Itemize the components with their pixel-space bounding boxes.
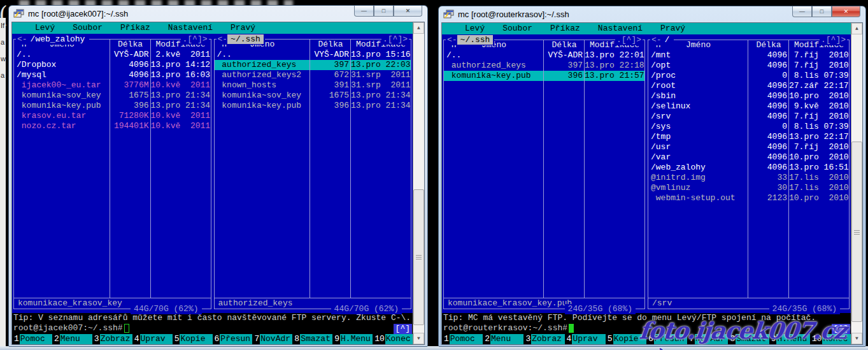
function-key[interactable]: 4 Uprav (565, 334, 606, 344)
file-row[interactable]: authorized_keys 397 13.pro 22:03 (215, 60, 411, 70)
panel-web-zalohy: <-/web_zalohy .[^]> 'nJméno Délka Modifi… (13, 39, 211, 309)
titlebar[interactable]: mc [root@routerkrasov]:~/.ssh — □ ✕ (439, 6, 865, 22)
file-row[interactable]: /opt 4096 7.říj 2010 (648, 61, 849, 71)
minimize-button[interactable]: — (354, 6, 374, 17)
file-row[interactable]: /mnt 4096 7.říj 2010 (648, 50, 849, 61)
menu-item[interactable]: Příkaz (113, 23, 158, 33)
file-row[interactable]: /tmp 4096 13.pro 22:17 (648, 132, 849, 142)
maximize-button[interactable]: □ (374, 6, 394, 17)
file-row[interactable]: komunika~key.pub 396 13.pro 21:34 (215, 101, 411, 111)
file-row[interactable]: authorized_keys2 672 31.srp 2011 (215, 70, 411, 80)
function-key[interactable]: 7 NovAdr (252, 334, 292, 344)
file-row[interactable]: /root 4096 27.zář 22:17 (648, 81, 849, 91)
file-row[interactable]: ijacek00~_eu.tar 3776M 10.kvě 2011 (14, 80, 211, 91)
panel-path-active[interactable]: ~/.ssh (227, 34, 264, 44)
file-row[interactable]: /.. VYŠ-ADR 2.kvě 2011 (14, 50, 211, 60)
scrollbar[interactable]: ▲ ▼ (413, 22, 424, 344)
menu-item[interactable]: Levý (27, 23, 62, 33)
col-size[interactable]: Délka (310, 40, 351, 50)
menu-item[interactable]: Pravý (223, 23, 263, 33)
file-list: /mnt 4096 7.říj 2010 /opt 4096 7.říj 201… (648, 50, 849, 298)
scroll-down-arrow[interactable]: ▼ (413, 333, 424, 344)
putty-window-routerkrasov[interactable]: mc [root@routerkrasov]:~/.ssh — □ ✕ Levý… (438, 6, 866, 347)
putty-window-ijacek007[interactable]: mc [root@ijacek007]:~/.ssh — □ ✕ LevýSou… (8, 5, 428, 347)
panel-corner-controls[interactable]: .[^]> (181, 34, 208, 45)
file-row[interactable]: komunika~key.pub 396 13.pro 21:34 (14, 101, 211, 111)
menu-item[interactable]: Soubor (65, 23, 110, 33)
panel-history-left[interactable]: <- (447, 35, 457, 45)
function-key[interactable]: 9 H.Menu (332, 334, 373, 344)
menu-item[interactable]: Pravý (653, 24, 693, 34)
close-button[interactable]: ✕ (832, 6, 860, 17)
file-row[interactable]: /sbin 4096 10.pro 2010 (648, 91, 849, 101)
menu-item[interactable]: Příkaz (543, 24, 588, 34)
file-row[interactable]: /selinux 4096 9.kvě 2010 (648, 101, 849, 112)
scroll-thumb[interactable] (851, 142, 862, 322)
close-button[interactable]: ✕ (394, 6, 422, 17)
menu-item[interactable]: Nastavení (160, 23, 220, 33)
file-row[interactable]: /.. VYŠ-ADR 13.pro 15:16 (215, 50, 411, 60)
col-size[interactable]: Délka (544, 40, 585, 50)
file-row[interactable]: /Dropbox 4096 13.pro 14:12 (14, 60, 211, 70)
file-row[interactable]: /usr 4096 7.říj 2010 (648, 142, 849, 152)
file-row[interactable]: komunika~key.pub 396 13.pro 21:57 (444, 71, 644, 81)
file-list: /.. VYŠ-ADR 13.pro 15:16 authorized_keys… (215, 50, 411, 298)
file-row[interactable]: /.. VYŠ-ADR 13.pro 22:01 (444, 50, 644, 61)
titlebar[interactable]: mc [root@ijacek007]:~/.ssh — □ ✕ (9, 6, 427, 22)
panel-corner-controls[interactable]: .[^]> (820, 35, 847, 45)
history-badge[interactable]: [^] (394, 324, 412, 334)
col-size[interactable]: Délka (748, 40, 789, 50)
function-key[interactable]: 1 Pomoc (442, 334, 483, 344)
file-row[interactable]: /srv 4096 7.říj 2010 (648, 112, 849, 122)
scroll-track[interactable] (413, 34, 424, 333)
panel-path-active[interactable]: ~/.ssh (457, 35, 494, 45)
file-row[interactable]: /proc 0 8.lis 07:39 (648, 71, 849, 81)
mc-panels: <-/web_zalohy .[^]> 'nJméno Délka Modifi… (12, 34, 413, 313)
scroll-up-arrow[interactable]: ▲ (851, 23, 862, 34)
file-row[interactable]: /var 4096 10.pro 2010 (648, 152, 849, 163)
file-row[interactable]: komunika~sov_key 1675 13.pro 21:34 (215, 91, 411, 101)
col-size[interactable]: Délka (110, 40, 151, 50)
function-key[interactable]: 8 Smazat (292, 334, 332, 344)
scroll-track[interactable] (851, 34, 862, 333)
function-key[interactable]: 10 Konec (373, 334, 413, 344)
panel-path[interactable]: / (662, 35, 673, 45)
file-row[interactable]: komunika~sov_key 1675 13.pro 21:34 (14, 91, 211, 101)
file-row[interactable]: /web_zalohy 4096 13.pro 16:51 (648, 163, 849, 173)
file-row[interactable]: /sys 0 8.lis 07:39 (648, 122, 849, 132)
function-key[interactable]: 2 Menu (52, 334, 92, 344)
panel-history-left[interactable]: <- (218, 34, 228, 44)
panel-corner-controls[interactable]: .[^]> (615, 35, 643, 45)
scroll-up-arrow[interactable]: ▲ (413, 22, 424, 34)
function-key[interactable]: 3 Zobraz (523, 334, 564, 344)
maximize-button[interactable]: □ (812, 6, 832, 17)
panel-history-left[interactable]: <- (651, 35, 662, 45)
function-key[interactable]: 1 Pomoc (12, 334, 52, 344)
function-key[interactable]: 3 Zobraz (92, 334, 132, 344)
file-row[interactable]: @vmlinuz 30 17.lis 2010 (648, 183, 849, 193)
file-row[interactable]: /mysql 4096 13.pro 16:03 (14, 70, 211, 80)
file-row[interactable]: @initrd.img 33 17.lis 2010 (648, 173, 849, 183)
function-key[interactable]: 4 Uprav (132, 334, 173, 344)
col-name[interactable]: Jméno (686, 40, 711, 50)
function-key[interactable]: 5 Kopie (173, 334, 213, 344)
file-row[interactable]: known_hosts 391 31.srp 2011 (215, 80, 411, 91)
panel-header: 'nJméno Délka Modifikace (648, 40, 849, 50)
function-key[interactable]: 2 Menu (483, 334, 523, 344)
scrollbar[interactable]: ▲ ▼ (851, 23, 862, 344)
function-key[interactable]: 6 Přesun (213, 334, 253, 344)
menu-item[interactable]: Levý (457, 24, 492, 34)
menu-item[interactable]: Nastavení (590, 24, 650, 34)
panel-corner-controls[interactable]: .[^]> (381, 34, 409, 45)
minimize-button[interactable]: — (792, 6, 812, 17)
menu-item[interactable]: Soubor (495, 24, 540, 34)
file-row[interactable]: authorized_keys 397 13.pro 22:18 (444, 61, 644, 71)
file-row[interactable]: webmin-setup.out 2123 10.pro 2010 (648, 193, 849, 203)
file-row[interactable]: krasov.eu.tar 71280K 10.kvě 2011 (14, 111, 211, 121)
free-space: 24G/35G (68%) (769, 304, 840, 314)
panel-path[interactable]: /web_zalohy (27, 34, 89, 44)
command-line[interactable]: root@ijacek007:~/.ssh# [^] (12, 323, 413, 333)
panel-history-left[interactable]: <- (17, 34, 27, 44)
scroll-thumb[interactable] (413, 189, 424, 325)
file-row[interactable]: nozo.cz.tar 194401K 10.kvě 2011 (14, 121, 211, 131)
